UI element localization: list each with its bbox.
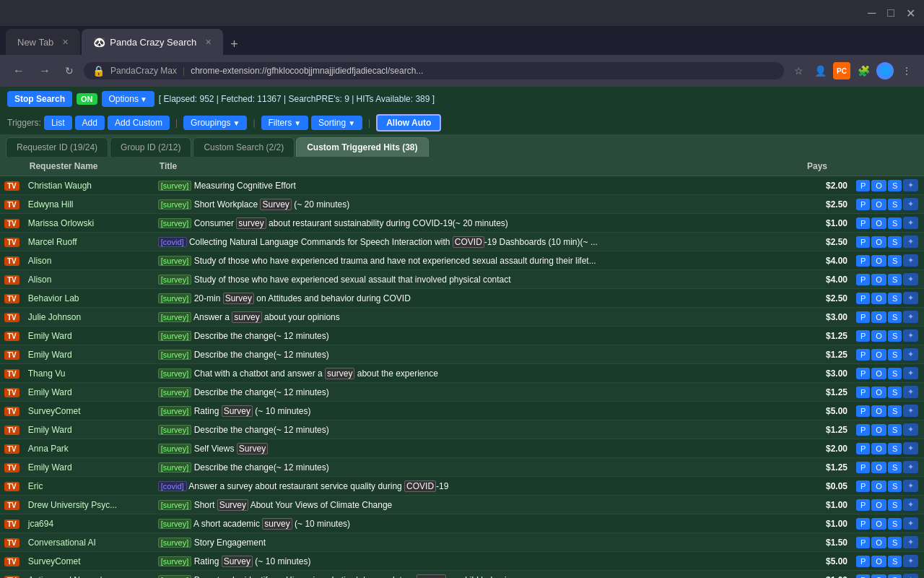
star-button[interactable]: ✦ bbox=[903, 574, 918, 578]
save-button[interactable]: S bbox=[888, 217, 902, 229]
tv-button[interactable]: TV bbox=[4, 275, 19, 285]
open-button[interactable]: O bbox=[871, 518, 886, 530]
save-button[interactable]: S bbox=[888, 293, 902, 304]
preview-button[interactable]: P bbox=[856, 330, 870, 342]
tv-button[interactable]: TV bbox=[4, 181, 19, 191]
open-button[interactable]: O bbox=[871, 199, 886, 210]
save-button[interactable]: S bbox=[888, 255, 902, 267]
tv-button[interactable]: TV bbox=[4, 519, 19, 529]
preview-button[interactable]: P bbox=[856, 537, 870, 548]
sorting-button[interactable]: Sorting ▼ bbox=[311, 116, 362, 130]
star-button[interactable]: ✦ bbox=[903, 461, 918, 473]
extension-icon[interactable]: PC bbox=[833, 62, 850, 79]
tab-custom-search[interactable]: Custom Search (2/2) bbox=[193, 137, 295, 157]
open-button[interactable]: O bbox=[871, 311, 886, 323]
star-button[interactable]: ✦ bbox=[903, 536, 918, 548]
tv-button[interactable]: TV bbox=[4, 350, 19, 360]
add-custom-button[interactable]: Add Custom bbox=[108, 116, 170, 130]
preview-button[interactable]: P bbox=[856, 349, 870, 361]
star-button[interactable]: ✦ bbox=[903, 405, 918, 417]
star-button[interactable]: ✦ bbox=[903, 179, 918, 191]
tv-button[interactable]: TV bbox=[4, 294, 19, 303]
preview-button[interactable]: P bbox=[856, 199, 870, 210]
add-button[interactable]: Add bbox=[75, 116, 105, 130]
profile-icon[interactable]: 🌐 bbox=[876, 62, 894, 79]
close-button[interactable]: ✕ bbox=[906, 7, 915, 20]
minimize-button[interactable]: ─ bbox=[868, 7, 876, 20]
tab-panda-close[interactable]: ✕ bbox=[205, 38, 212, 47]
open-button[interactable]: O bbox=[871, 424, 886, 436]
star-button[interactable]: ✦ bbox=[903, 367, 918, 379]
allow-auto-button[interactable]: Allow Auto bbox=[376, 114, 441, 131]
star-button[interactable]: ✦ bbox=[903, 236, 918, 248]
tab-group-id[interactable]: Group ID (2/12) bbox=[110, 137, 191, 157]
preview-button[interactable]: P bbox=[856, 180, 870, 191]
preview-button[interactable]: P bbox=[856, 293, 870, 304]
tv-button[interactable]: TV bbox=[4, 576, 19, 579]
tv-button[interactable]: TV bbox=[4, 538, 19, 548]
tv-button[interactable]: TV bbox=[4, 407, 19, 416]
save-button[interactable]: S bbox=[888, 405, 902, 417]
open-button[interactable]: O bbox=[871, 217, 886, 229]
save-button[interactable]: S bbox=[888, 311, 902, 323]
open-button[interactable]: O bbox=[871, 480, 886, 492]
open-button[interactable]: O bbox=[871, 330, 886, 342]
tab-new-tab-close[interactable]: ✕ bbox=[62, 38, 69, 47]
open-button[interactable]: O bbox=[871, 462, 886, 473]
star-button[interactable]: ✦ bbox=[903, 555, 918, 567]
save-button[interactable]: S bbox=[888, 180, 902, 191]
open-button[interactable]: O bbox=[871, 556, 886, 567]
tv-button[interactable]: TV bbox=[4, 219, 19, 228]
preview-button[interactable]: P bbox=[856, 424, 870, 436]
save-button[interactable]: S bbox=[888, 330, 902, 342]
tv-button[interactable]: TV bbox=[4, 238, 19, 247]
star-button[interactable]: ✦ bbox=[903, 273, 918, 285]
save-button[interactable]: S bbox=[888, 556, 902, 567]
star-button[interactable]: ✦ bbox=[903, 517, 918, 530]
preview-button[interactable]: P bbox=[856, 518, 870, 530]
open-button[interactable]: O bbox=[871, 349, 886, 361]
preview-button[interactable]: P bbox=[856, 311, 870, 323]
preview-button[interactable]: P bbox=[856, 574, 870, 579]
tv-button[interactable]: TV bbox=[4, 256, 19, 266]
star-button[interactable]: ✦ bbox=[903, 386, 918, 398]
maximize-button[interactable]: □ bbox=[887, 7, 894, 20]
star-button[interactable]: ✦ bbox=[903, 348, 918, 361]
options-button[interactable]: Options ▼ bbox=[102, 91, 154, 107]
preview-button[interactable]: P bbox=[856, 499, 870, 511]
save-button[interactable]: S bbox=[888, 349, 902, 361]
preview-button[interactable]: P bbox=[856, 556, 870, 567]
save-button[interactable]: S bbox=[888, 368, 902, 379]
star-button[interactable]: ✦ bbox=[903, 292, 918, 304]
open-button[interactable]: O bbox=[871, 293, 886, 304]
open-button[interactable]: O bbox=[871, 387, 886, 398]
preview-button[interactable]: P bbox=[856, 387, 870, 398]
tab-new-tab[interactable]: New Tab ✕ bbox=[6, 29, 80, 55]
star-button[interactable]: ✦ bbox=[903, 423, 918, 436]
open-button[interactable]: O bbox=[871, 180, 886, 191]
star-button[interactable]: ✦ bbox=[903, 442, 918, 454]
open-button[interactable]: O bbox=[871, 236, 886, 248]
open-button[interactable]: O bbox=[871, 499, 886, 511]
save-button[interactable]: S bbox=[888, 480, 902, 492]
profile-sync-icon[interactable]: 👤 bbox=[811, 62, 829, 79]
tv-button[interactable]: TV bbox=[4, 369, 19, 379]
star-button[interactable]: ✦ bbox=[903, 311, 918, 323]
preview-button[interactable]: P bbox=[856, 368, 870, 379]
preview-button[interactable]: P bbox=[856, 443, 870, 454]
open-button[interactable]: O bbox=[871, 537, 886, 548]
tab-panda[interactable]: 🐼 Panda Crazy Search ✕ bbox=[82, 29, 223, 55]
tab-requester-id[interactable]: Requester ID (19/24) bbox=[6, 137, 108, 157]
save-button[interactable]: S bbox=[888, 443, 902, 454]
save-button[interactable]: S bbox=[888, 537, 902, 548]
preview-button[interactable]: P bbox=[856, 274, 870, 285]
refresh-button[interactable]: ↻ bbox=[61, 64, 78, 78]
back-button[interactable]: ← bbox=[9, 63, 29, 79]
extensions-icon[interactable]: 🧩 bbox=[855, 62, 872, 79]
save-button[interactable]: S bbox=[888, 387, 902, 398]
save-button[interactable]: S bbox=[888, 274, 902, 285]
save-button[interactable]: S bbox=[888, 499, 902, 511]
save-button[interactable]: S bbox=[888, 518, 902, 530]
open-button[interactable]: O bbox=[871, 274, 886, 285]
tv-button[interactable]: TV bbox=[4, 482, 19, 491]
